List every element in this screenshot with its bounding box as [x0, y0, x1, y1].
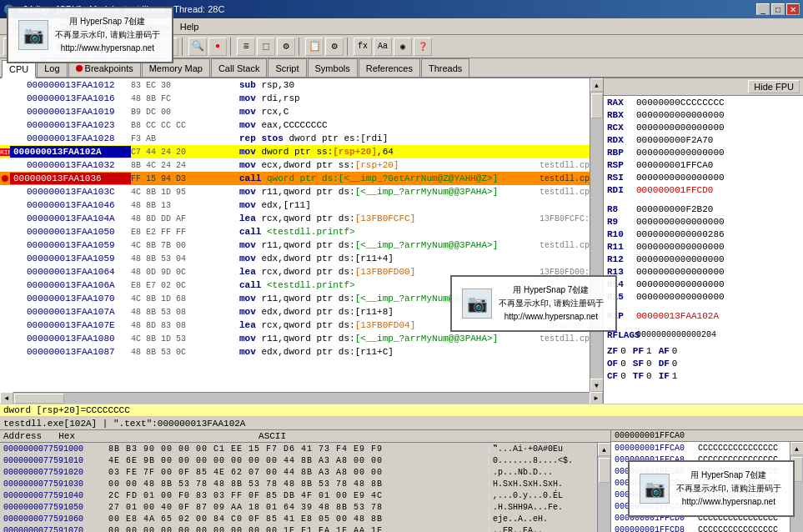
disasm-row[interactable]: 000000013FAA104A 48 8D DD AF lea rcx,qwo…	[0, 212, 590, 225]
disasm-row[interactable]: 000000013FAA1023 B8 CC CC CC mov eax,CCC…	[0, 118, 590, 132]
disasm-row[interactable]: 000000013FAA1028 F3 AB rep stos dword pt…	[0, 132, 590, 145]
reg-r15[interactable]: R150000000000000000	[604, 290, 803, 303]
dump-row[interactable]: 0000000077591060 00 E8 4A 65 02 00 84 C0…	[0, 513, 597, 524]
tab-script[interactable]: Script	[268, 58, 306, 77]
toolbar-heap[interactable]: ⬚	[257, 38, 275, 56]
watermark-text1: 用 HyperSnap 7创建不再显示水印, 请购注册码于http://www.…	[55, 15, 160, 55]
flags-row1: ZF 0 PF 1 AF 0	[604, 344, 803, 357]
tab-symbols[interactable]: Symbols	[308, 58, 358, 77]
reg-rcx[interactable]: RCX0000000000000000	[604, 121, 803, 133]
disasm-row[interactable]: 000000013FAA1012 83 EC 30 sub rsp,30	[0, 78, 590, 92]
disasm-row[interactable]: 000000013FAA1080 4C 8B 1D 53 mov r11,qwo…	[0, 332, 590, 345]
disasm-bytes: 48 8D 83 08	[131, 321, 239, 330]
tab-callstack[interactable]: Call Stack	[211, 58, 268, 77]
toolbar-bp[interactable]: ●	[208, 38, 227, 56]
maximize-button[interactable]: □	[771, 3, 785, 15]
reg-rsp[interactable]: RSP000000001FFCA0	[604, 158, 803, 171]
disasm-ref: testdll.cp	[540, 161, 590, 170]
scroll-right-arrow-icon[interactable]: ►	[590, 392, 603, 404]
disasm-bytes: 48 8B 53 04	[131, 254, 239, 263]
reg-rbp[interactable]: RBP0000000000000000	[604, 146, 803, 158]
toolbar-Aa[interactable]: Aa	[374, 38, 392, 56]
stack-row[interactable]: 000000001FFCD8CCCCCCCCCCCCCCCC	[611, 524, 790, 532]
scroll-left-arrow-icon[interactable]: ◄	[0, 392, 13, 404]
dump-row[interactable]: 0000000077591020 03 FE 7F 00 0F 85 4E 62…	[0, 466, 597, 478]
stack-scroll-up-icon[interactable]: ▲	[790, 442, 804, 455]
toolbar-memmap[interactable]: ≡	[237, 38, 255, 56]
disasm-row[interactable]: 000000013FAA1059 48 8B 53 04 mov edx,dwo…	[0, 252, 590, 265]
disasm-panel: 000000013FAA1012 83 EC 30 sub rsp,30 000…	[0, 78, 603, 404]
toolbar-fx[interactable]: fx	[354, 38, 372, 56]
reg-r11[interactable]: R110000000000000000	[604, 240, 803, 253]
disasm-address: 000000013FAA1050	[10, 227, 131, 237]
disasm-ref: testdll.cp	[540, 188, 590, 197]
reg-r10[interactable]: R100000000000000286	[604, 228, 803, 240]
reg-r9[interactable]: R90000000000000000	[604, 215, 803, 228]
scroll-track[interactable]	[590, 92, 603, 379]
reg-rip[interactable]: RIP00000013FAA102A	[604, 309, 803, 322]
reg-rdx[interactable]: RDX000000000F2A70	[604, 133, 803, 146]
disasm-bytes: 48 8B FC	[131, 94, 239, 103]
scroll-up-arrow-icon[interactable]: ▲	[590, 78, 604, 92]
disasm-row-rip[interactable]: RIP 000000013FAA102A C7 44 24 20 mov dwo…	[0, 145, 590, 158]
dump-scroll-up-icon[interactable]: ▲	[598, 443, 611, 456]
disasm-row[interactable]: 000000013FAA1046 48 8B 13 mov edx,[r11]	[0, 198, 590, 212]
hscroll-thumb[interactable]	[14, 394, 64, 404]
dump-scrollbar[interactable]: ▲ ▼	[597, 443, 610, 532]
disasm-bytes: 83 EC 30	[131, 81, 239, 90]
reg-rbx[interactable]: RBX0000000000000000	[604, 108, 803, 121]
dump-row[interactable]: 0000000077591040 2C FD 01 00 F0 83 03 FF…	[0, 489, 597, 501]
reg-rdi[interactable]: RDI000000001FFCD0	[604, 183, 803, 196]
tab-references[interactable]: References	[359, 58, 420, 77]
toolbar-extra2[interactable]: ❓	[414, 38, 432, 56]
reg-rflags[interactable]: RFLAGS0000000000000204	[604, 329, 803, 341]
disasm-row-bp[interactable]: 000000013FAA1036 FF 15 94 D3 call qword …	[0, 172, 590, 185]
dump-content[interactable]: 0000000077591000 8B B3 90 00 00 00 C1 EE…	[0, 443, 597, 532]
toolbar-log[interactable]: 📋	[305, 38, 324, 56]
menu-help[interactable]: Help	[175, 20, 204, 33]
toolbar-extra[interactable]: ◉	[394, 38, 412, 56]
dump-row[interactable]: 0000000077591070 00 00 00 00 00 00 00 00…	[0, 524, 597, 532]
tab-breakpoints-label: Breakpoints	[85, 63, 133, 73]
expression-bar: dword [rsp+20]=CCCCCCCC	[0, 404, 803, 417]
reg-rsi[interactable]: RSI0000000000000000	[604, 171, 803, 183]
dump-row[interactable]: 0000000077591000 8B B3 90 00 00 00 C1 EE…	[0, 443, 597, 454]
scroll-down-arrow-icon[interactable]: ▼	[590, 379, 604, 392]
disasm-row[interactable]: 000000013FAA103C 4C 8B 1D 95 mov r11,qwo…	[0, 185, 590, 198]
disasm-scroll[interactable]: 000000013FAA1012 83 EC 30 sub rsp,30 000…	[0, 78, 590, 392]
disasm-scrollbar[interactable]: ▲ ▼	[590, 78, 603, 392]
reg-r14[interactable]: R140000000000000000	[604, 278, 803, 290]
stack-row[interactable]: 000000001FFCA0CCCCCCCCCCCCCCCC	[611, 442, 790, 454]
minimize-button[interactable]: _	[756, 3, 770, 15]
reg-r13[interactable]: R130000000000000000	[604, 265, 803, 278]
toolbar-search[interactable]: 🔍	[188, 38, 207, 56]
disasm-row[interactable]: 000000013FAA1087 48 8B 53 0C mov edx,dwo…	[0, 345, 590, 359]
reg-r8[interactable]: R8000000000F2B20	[604, 203, 803, 215]
hide-fpu-button[interactable]: Hide FPU	[748, 80, 800, 93]
dump-scroll-thumb[interactable]	[599, 458, 610, 483]
regs-content: RAX00000000CCCCCCCC RBX0000000000000000 …	[604, 96, 803, 404]
disasm-row[interactable]: 000000013FAA1050 E8 E2 FF FF call <testd…	[0, 225, 590, 238]
reg-r12[interactable]: R120000000000000000	[604, 253, 803, 265]
tab-threads[interactable]: Threads	[421, 58, 469, 77]
close-button[interactable]: ✕	[786, 3, 800, 15]
disasm-instruction: rep stos dword ptr es:[rdi]	[239, 133, 590, 143]
disasm-address: 000000013FAA103C	[10, 187, 131, 197]
dump-row[interactable]: 0000000077591050 27 01 00 40 0F 87 09 AA…	[0, 501, 597, 513]
disasm-row[interactable]: 000000013FAA1016 48 8B FC mov rdi,rsp	[0, 92, 590, 105]
toolbar-threads[interactable]: ⚙	[277, 38, 295, 56]
dump-scroll-track[interactable]	[598, 456, 610, 532]
dump-row[interactable]: 0000000077591030 00 00 48 8B 53 78 48 8B…	[0, 478, 597, 489]
scroll-thumb[interactable]	[591, 93, 603, 118]
disasm-content: 000000013FAA1012 83 EC 30 sub rsp,30 000…	[0, 78, 603, 392]
watermark-logo2: 📷	[462, 289, 492, 319]
toolbar-settings[interactable]: ⚙	[325, 38, 344, 56]
disasm-row[interactable]: 000000013FAA1032 8B 4C 24 24 mov ecx,dwo…	[0, 158, 590, 172]
disasm-hscrollbar[interactable]: ◄ ►	[0, 392, 603, 404]
disasm-row[interactable]: 000000013FAA1059 4C 8B 7B 00 mov r11,qwo…	[0, 238, 590, 252]
regs-divider2	[604, 303, 803, 309]
hscroll-track[interactable]	[13, 393, 590, 404]
reg-rax[interactable]: RAX00000000CCCCCCCC	[604, 96, 803, 108]
disasm-row[interactable]: 000000013FAA1019 B9 DC 00 mov rcx,C	[0, 105, 590, 118]
dump-row[interactable]: 0000000077591010 4E 6E 9B 00 00 00 00 00…	[0, 454, 597, 466]
